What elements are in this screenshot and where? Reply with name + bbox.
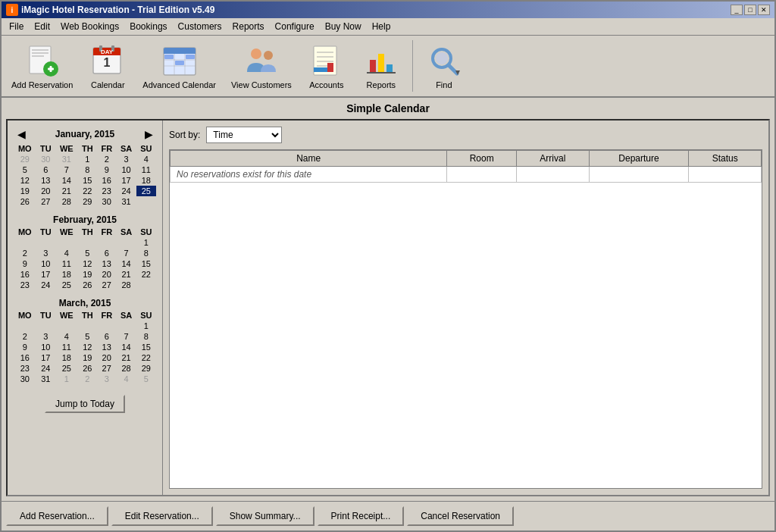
jump-to-today-button[interactable]: Jump to Today xyxy=(45,395,125,413)
cal-day[interactable]: 7 xyxy=(116,331,136,342)
cal-day[interactable]: 23 xyxy=(14,280,36,290)
menu-reports[interactable]: Reports xyxy=(228,20,269,33)
cal-day[interactable]: 1 xyxy=(55,374,78,384)
cal-day[interactable] xyxy=(78,237,97,248)
cal-day[interactable]: 4 xyxy=(136,154,156,164)
cal-day[interactable]: 28 xyxy=(116,280,136,290)
show-summary-button[interactable]: Show Summary... xyxy=(216,506,314,526)
cal-day[interactable]: 2 xyxy=(97,154,116,164)
cal-day[interactable]: 20 xyxy=(36,186,55,196)
cal-day[interactable]: 26 xyxy=(78,280,97,290)
cal-day[interactable]: 25 xyxy=(55,280,78,290)
cal-day[interactable]: 15 xyxy=(78,175,97,186)
cal-day[interactable]: 12 xyxy=(78,258,97,269)
cal-day[interactable]: 5 xyxy=(136,374,156,384)
cal-day[interactable]: 9 xyxy=(14,258,36,269)
cal-day[interactable]: 1 xyxy=(136,321,156,331)
cal-day[interactable]: 13 xyxy=(97,258,116,269)
cal-day[interactable]: 26 xyxy=(78,363,97,374)
cal-day[interactable]: 2 xyxy=(78,374,97,384)
add-reservation-bottom-button[interactable]: Add Reservation... xyxy=(6,506,108,526)
view-customers-button[interactable]: View Customers xyxy=(224,39,299,93)
menu-buy-now[interactable]: Buy Now xyxy=(321,20,366,33)
cal-day[interactable]: 13 xyxy=(36,175,55,186)
cal-day[interactable]: 11 xyxy=(55,342,78,352)
cal-day[interactable]: 18 xyxy=(136,175,156,186)
cal-day[interactable]: 29 xyxy=(136,363,156,374)
cal-day[interactable] xyxy=(14,321,36,331)
cal-day[interactable] xyxy=(97,321,116,331)
reports-button[interactable]: Reports xyxy=(355,39,408,93)
cal-day[interactable]: 22 xyxy=(136,269,156,280)
cal-day[interactable]: 8 xyxy=(136,331,156,342)
cal-day[interactable]: 31 xyxy=(36,374,55,384)
next-month-button[interactable]: ▶ xyxy=(141,127,156,142)
cal-day[interactable]: 29 xyxy=(78,196,97,207)
cal-day[interactable]: 21 xyxy=(55,186,78,196)
cal-day[interactable] xyxy=(14,237,36,248)
print-receipt-button[interactable]: Print Receipt... xyxy=(318,506,405,526)
cal-day[interactable]: 9 xyxy=(14,342,36,352)
cal-day[interactable]: 14 xyxy=(116,258,136,269)
menu-web-bookings[interactable]: Web Bookings xyxy=(56,20,124,33)
cal-day[interactable]: 12 xyxy=(78,342,97,352)
cal-day[interactable]: 19 xyxy=(78,352,97,363)
cal-day[interactable] xyxy=(136,196,156,207)
menu-bookings[interactable]: Bookings xyxy=(125,20,171,33)
cal-day[interactable] xyxy=(55,237,78,248)
prev-month-button[interactable]: ◀ xyxy=(14,127,29,142)
cal-day[interactable]: 1 xyxy=(136,237,156,248)
cal-day[interactable]: 28 xyxy=(116,363,136,374)
cal-day[interactable]: 1 xyxy=(78,154,97,164)
cal-day[interactable]: 11 xyxy=(136,164,156,175)
cal-day[interactable]: 30 xyxy=(36,154,55,164)
cal-day[interactable]: 15 xyxy=(136,342,156,352)
cal-day[interactable] xyxy=(36,321,55,331)
cal-day[interactable]: 23 xyxy=(14,363,36,374)
cal-day[interactable]: 8 xyxy=(136,248,156,258)
cal-day[interactable]: 17 xyxy=(36,352,55,363)
find-button[interactable]: Find xyxy=(418,39,471,93)
cancel-reservation-button[interactable]: Cancel Reservation xyxy=(407,506,514,526)
accounts-button[interactable]: Accounts xyxy=(300,39,353,93)
advanced-calendar-button[interactable]: Advanced Calendar xyxy=(136,39,223,93)
cal-day[interactable]: 7 xyxy=(55,164,78,175)
cal-day[interactable]: 4 xyxy=(55,331,78,342)
cal-day[interactable]: 24 xyxy=(36,280,55,290)
cal-day[interactable]: 20 xyxy=(97,352,116,363)
cal-day[interactable]: 11 xyxy=(55,258,78,269)
cal-day[interactable]: 22 xyxy=(78,186,97,196)
sort-select[interactable]: Time Name Room xyxy=(206,127,282,143)
cal-day[interactable]: 3 xyxy=(36,248,55,258)
cal-day[interactable]: 14 xyxy=(55,175,78,186)
cal-day[interactable]: 18 xyxy=(55,352,78,363)
cal-day[interactable]: 3 xyxy=(97,374,116,384)
cal-day[interactable]: 17 xyxy=(116,175,136,186)
cal-day[interactable]: 14 xyxy=(116,342,136,352)
cal-day[interactable]: 10 xyxy=(36,342,55,352)
menu-file[interactable]: File xyxy=(5,20,28,33)
cal-day[interactable]: 6 xyxy=(36,164,55,175)
cal-day[interactable] xyxy=(78,321,97,331)
cal-day[interactable]: 23 xyxy=(97,186,116,196)
cal-day[interactable]: 19 xyxy=(78,269,97,280)
cal-day[interactable]: 21 xyxy=(116,269,136,280)
cal-day[interactable]: 10 xyxy=(116,164,136,175)
cal-day[interactable]: 18 xyxy=(55,269,78,280)
cal-day[interactable]: 29 xyxy=(14,154,36,164)
cal-day[interactable]: 7 xyxy=(116,248,136,258)
cal-day[interactable]: 27 xyxy=(36,196,55,207)
cal-day[interactable]: 5 xyxy=(14,164,36,175)
cal-day[interactable]: 28 xyxy=(55,196,78,207)
cal-day[interactable]: 5 xyxy=(78,248,97,258)
cal-day[interactable] xyxy=(116,237,136,248)
cal-day[interactable]: 8 xyxy=(78,164,97,175)
cal-day[interactable] xyxy=(36,237,55,248)
cal-day[interactable]: 25 xyxy=(55,363,78,374)
cal-day[interactable]: 6 xyxy=(97,248,116,258)
cal-day[interactable]: 24 xyxy=(116,186,136,196)
cal-day[interactable]: 9 xyxy=(97,164,116,175)
edit-reservation-button[interactable]: Edit Reservation... xyxy=(111,506,213,526)
cal-day[interactable]: 13 xyxy=(97,342,116,352)
menu-edit[interactable]: Edit xyxy=(30,20,55,33)
